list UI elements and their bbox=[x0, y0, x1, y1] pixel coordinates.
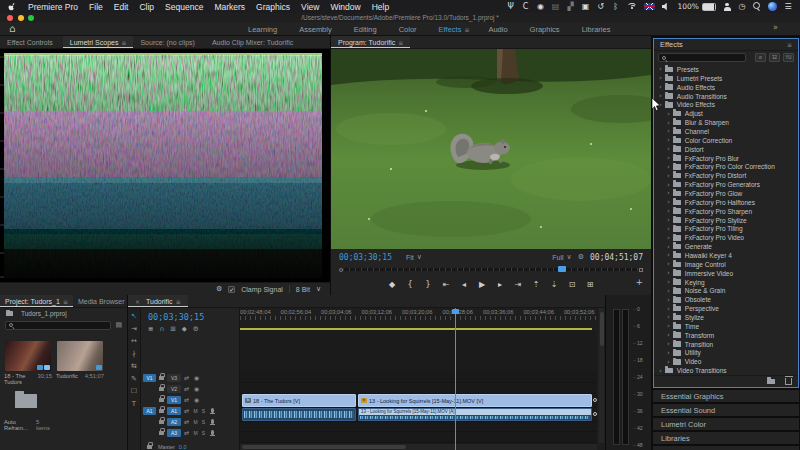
sequence-as-nest-toggle[interactable]: ≣ bbox=[148, 325, 153, 333]
volume-status-icon[interactable] bbox=[662, 3, 671, 11]
razor-tool[interactable]: ∤ bbox=[132, 350, 136, 358]
chevron-right-icon[interactable]: › bbox=[667, 349, 670, 357]
lift-button[interactable]: ⇡ bbox=[532, 280, 541, 289]
effects-folder-row[interactable]: › FxFactory Pro Generators bbox=[654, 180, 798, 189]
toggle-track-output-eye-icon[interactable]: ◉ bbox=[192, 396, 201, 403]
record-status-icon[interactable]: ◉ bbox=[537, 2, 545, 12]
menu-item[interactable]: Premiere Pro bbox=[28, 2, 78, 12]
workspace-tab[interactable]: Editing bbox=[354, 25, 380, 34]
bit-depth-value[interactable]: 8 Bit bbox=[296, 286, 310, 293]
project-search-input[interactable] bbox=[5, 321, 111, 330]
home-icon[interactable]: ⌂ bbox=[9, 23, 15, 34]
effects-folder-row[interactable]: › Perspective bbox=[654, 304, 798, 313]
yuv-effects-filter[interactable]: YU bbox=[783, 53, 794, 62]
go-to-out-button[interactable]: ⇥ bbox=[514, 280, 523, 289]
track-target-button[interactable]: A3 bbox=[167, 429, 181, 437]
scrollbar-thumb[interactable] bbox=[242, 445, 406, 449]
clip-thumbnail-tudors[interactable] bbox=[5, 341, 51, 371]
chevron-right-icon[interactable]: › bbox=[667, 331, 670, 339]
chevron-right-icon[interactable]: › bbox=[667, 154, 670, 162]
chevron-right-icon[interactable]: › bbox=[667, 234, 670, 242]
timeline-current-timecode[interactable]: 00;03;30;15 bbox=[148, 312, 204, 322]
clip-name[interactable]: 18 - The Tudors bbox=[4, 373, 37, 385]
effects-folder-row[interactable]: › Keying bbox=[654, 278, 798, 287]
chevron-right-icon[interactable]: › bbox=[667, 110, 670, 118]
panel-tab[interactable]: Audio Clip Mixer: Tudorific bbox=[205, 36, 303, 48]
sync-lock-icon[interactable]: ⇄ bbox=[182, 396, 191, 403]
video-clip-tudors[interactable]: fx 18 - The Tudors [V] bbox=[242, 394, 356, 407]
track-lock-icon[interactable] bbox=[159, 409, 164, 413]
program-current-timecode[interactable]: 00;03;30;15 bbox=[339, 253, 392, 262]
chevron-right-icon[interactable]: › bbox=[667, 313, 670, 321]
comparison-view-button[interactable]: ⊞ bbox=[586, 280, 595, 289]
source-patch-badge[interactable]: V1 bbox=[143, 374, 156, 382]
scrubber-track[interactable] bbox=[343, 268, 639, 271]
clamp-signal-checkbox[interactable]: ✓ bbox=[228, 286, 235, 293]
mute-track-button[interactable]: M bbox=[192, 430, 199, 436]
video-track-header[interactable]: V1 ⇄ ◉ bbox=[141, 394, 239, 405]
sync-lock-icon[interactable]: ⇄ bbox=[182, 418, 191, 425]
effects-folder-row[interactable]: › Hawaiki Keyer 4 bbox=[654, 251, 798, 260]
effects-folder-row[interactable]: › Audio Effects bbox=[654, 83, 798, 92]
video-track-header[interactable]: V1 V3 ⇄ ◉ bbox=[141, 372, 239, 383]
program-settings-wrench-icon[interactable]: ⚙ bbox=[578, 253, 584, 261]
panel-menu-icon[interactable]: ≡ bbox=[121, 39, 126, 46]
view-options-icon[interactable]: ▤ bbox=[115, 321, 122, 329]
bit-depth-dropdown-icon[interactable]: ∨ bbox=[316, 285, 321, 293]
track-select-tool[interactable]: ⇥ bbox=[131, 325, 137, 333]
bin-thumbnail-auto-reframe[interactable] bbox=[5, 387, 51, 415]
workspace-overflow-icon[interactable]: » bbox=[773, 23, 778, 32]
audio-clip-squirrels[interactable]: 13 - Looking for Squirrels [15-May-11].M… bbox=[358, 408, 592, 421]
bluetooth-status-icon[interactable]: ᛒ bbox=[612, 2, 620, 12]
effects-search-input[interactable] bbox=[658, 53, 746, 62]
effects-folder-row[interactable]: › FxFactory Pro Tiling bbox=[654, 224, 798, 233]
chevron-right-icon[interactable]: › bbox=[667, 119, 670, 127]
program-scrubber[interactable] bbox=[339, 265, 643, 274]
effects-folder-row[interactable]: › Blur & Sharpen bbox=[654, 118, 798, 127]
add-marker-button[interactable]: ◆ bbox=[388, 280, 397, 289]
track-lock-icon[interactable] bbox=[159, 376, 164, 380]
menu-item[interactable]: Sequence bbox=[165, 2, 203, 12]
track-target-button[interactable]: V3 bbox=[167, 374, 181, 382]
effects-folder-row[interactable]: › Adjust bbox=[654, 109, 798, 118]
fx-badge-icon[interactable]: fx bbox=[361, 398, 367, 403]
chevron-right-icon[interactable]: › bbox=[667, 127, 670, 135]
effects-folder-row[interactable]: › Time bbox=[654, 322, 798, 331]
scrubber-right-handle[interactable] bbox=[639, 268, 643, 272]
track-lock-icon[interactable] bbox=[159, 398, 164, 402]
chevron-right-icon[interactable]: › bbox=[667, 189, 670, 197]
menu-item[interactable]: Clip bbox=[139, 2, 154, 12]
hand-tool[interactable]: ☐ bbox=[131, 387, 137, 395]
vertical-scrollbar[interactable] bbox=[599, 308, 604, 443]
effects-folder-row[interactable]: › FxFactory Pro Video bbox=[654, 233, 798, 242]
panel-tab[interactable]: Media Browser bbox=[73, 295, 133, 307]
time-machine-status-icon[interactable]: ↺ bbox=[597, 2, 605, 12]
bin-name[interactable]: Auto Refram... bbox=[4, 419, 36, 431]
effects-folder-row[interactable]: › Audio Transitions bbox=[654, 92, 798, 101]
close-sequence-icon[interactable]: × bbox=[135, 298, 140, 305]
ripple-edit-tool[interactable]: ↔ bbox=[131, 337, 137, 345]
effects-folder-row[interactable]: › Video bbox=[654, 357, 798, 366]
chevron-right-icon[interactable]: › bbox=[667, 358, 670, 366]
chevron-right-icon[interactable]: › bbox=[667, 278, 670, 286]
snap-toggle[interactable]: ∩ bbox=[159, 325, 164, 333]
effects-folder-row[interactable]: › Utility bbox=[654, 349, 798, 358]
track-lock-icon[interactable] bbox=[147, 445, 152, 449]
close-window-button[interactable] bbox=[7, 15, 13, 21]
track-lock-icon[interactable] bbox=[159, 431, 164, 435]
chevron-right-icon[interactable]: › bbox=[667, 269, 670, 277]
spotlight-search-icon[interactable] bbox=[753, 2, 761, 11]
video-track-header[interactable]: V2 ⇄ ◉ bbox=[141, 383, 239, 394]
effects-folder-row[interactable]: › Transform bbox=[654, 331, 798, 340]
export-frame-button[interactable]: ⊡ bbox=[568, 280, 577, 289]
sync-lock-icon[interactable]: ⇄ bbox=[182, 374, 191, 381]
effects-folder-row[interactable]: › Generate bbox=[654, 242, 798, 251]
workspace-tab[interactable]: Color bbox=[399, 25, 420, 34]
timeline-ruler[interactable]: 00;02;48;0400;02;56;0400;03;04;0600;03;1… bbox=[240, 308, 600, 328]
audio-track-header[interactable]: A3 ⇄ M S bbox=[141, 427, 239, 438]
effects-folder-row[interactable]: › Video Effects bbox=[654, 100, 798, 109]
chevron-right-icon[interactable]: › bbox=[667, 198, 670, 206]
toggle-track-output-eye-icon[interactable]: ◉ bbox=[192, 385, 201, 392]
play-button[interactable]: ▶ bbox=[478, 280, 487, 289]
master-volume-value[interactable]: 0.0 bbox=[179, 444, 187, 450]
